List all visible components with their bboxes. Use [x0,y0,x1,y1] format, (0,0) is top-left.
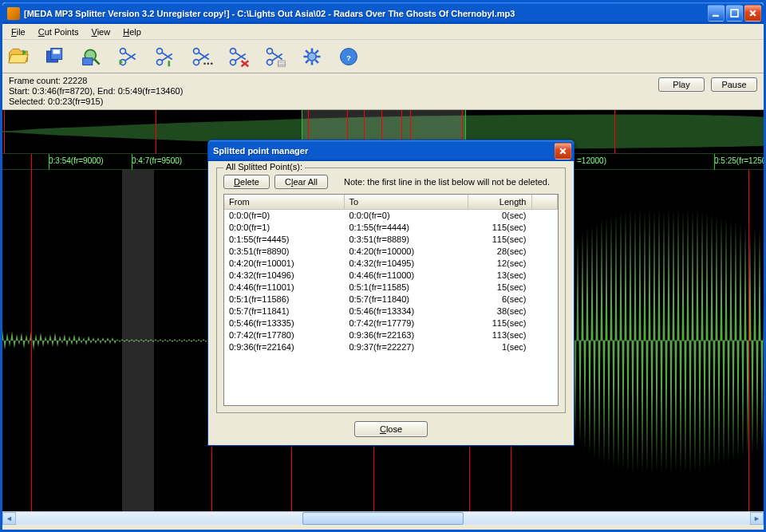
col-from[interactable]: From [224,195,344,210]
table-row[interactable]: 0:4:32(fr=10496)0:4:46(fr=11000)13(sec) [224,270,558,282]
cell-length: 6(sec) [468,294,531,305]
cell-length: 113(sec) [468,329,531,341]
svg-rect-21 [278,61,286,66]
preview-icon[interactable] [81,45,103,68]
table-row[interactable]: 0:3:51(fr=8890)0:4:20(fr=10000)28(sec) [224,246,558,258]
ruler-marker [31,154,32,170]
menu-view[interactable]: View [86,26,116,38]
menu-help[interactable]: Help [117,26,147,38]
scroll-track[interactable] [16,512,750,525]
menu-cutpoints[interactable]: Cut Points [33,26,85,38]
cell-from: 0:3:51(fr=8890) [224,246,344,258]
ruler-label-partial: =12000) [577,156,606,165]
ruler-label: 0:3:54(fr=9000) [49,156,104,165]
ruler-label: 0:5:25(fr=12500) [714,156,764,165]
cell-length: 38(sec) [468,305,531,317]
table-row[interactable]: 0:5:1(fr=11586)0:5:7(fr=11840)6(sec) [224,294,558,305]
svg-point-15 [207,62,210,65]
split-marker[interactable] [748,170,749,511]
selection-band[interactable] [122,170,154,511]
table-row[interactable]: 0:5:46(fr=13335)0:7:42(fr=17779)115(sec) [224,317,558,329]
cell-to: 0:3:51(fr=8889) [344,234,468,246]
cell-length: 115(sec) [468,317,531,329]
cell-from: 0:7:42(fr=17780) [224,329,344,341]
table-row[interactable]: 0:4:20(fr=10001)0:4:32(fr=10495)12(sec) [224,258,558,270]
split-marker[interactable] [31,170,32,511]
cell-from: 0:0:0(fr=0) [224,210,344,223]
cell-length: 115(sec) [468,222,531,234]
settings-icon[interactable] [301,45,323,68]
cell-from: 0:5:46(fr=13335) [224,317,344,329]
cell-from: 0:9:36(fr=22164) [224,341,344,353]
clear-all-button[interactable]: Clear All [274,175,328,189]
selection-length-label: Selected: 0:0:23(fr=915) [9,97,658,107]
delete-button[interactable]: Delete [223,175,270,189]
table-row[interactable]: 0:9:36(fr=22164)0:9:37(fr=22227)1(sec) [224,341,558,353]
cell-length: 15(sec) [468,282,531,294]
dialog-close-bottom-button[interactable]: Close [354,421,428,437]
horizontal-scrollbar[interactable]: ◄ ► [2,511,764,525]
cell-length: 115(sec) [468,234,531,246]
cell-from: 0:5:1(fr=11586) [224,294,344,305]
cell-to: 0:9:36(fr=22163) [344,329,468,341]
close-button[interactable] [744,5,761,22]
col-spacer [531,195,558,210]
toolbar: ? [2,40,764,73]
dialog-title: Splitted point manager [213,146,555,156]
open-file-icon[interactable] [7,45,30,68]
cell-from: 0:0:0(fr=1) [224,222,344,234]
svg-point-22 [308,52,317,61]
overview-split-marker [614,110,615,154]
splitted-points-group: All Splitted Point(s): Delete Clear All … [216,167,566,413]
main-titlebar[interactable]: [MEDA MP3 Splitter Version 3.2 Unregiste… [2,2,764,24]
manage-splits-icon[interactable] [264,45,286,68]
cell-to: 0:1:55(fr=4444) [344,222,468,234]
help-icon[interactable]: ? [338,45,360,68]
split-start-icon[interactable] [117,45,140,68]
menubar: File Cut Points View Help [2,24,764,40]
cell-to: 0:5:7(fr=11840) [344,294,468,305]
delete-split-icon[interactable] [227,45,250,68]
cell-length: 12(sec) [468,258,531,270]
cell-length: 0(sec) [468,210,531,223]
split-current-icon[interactable] [154,45,176,68]
dialog-close-button[interactable] [555,143,571,160]
dialog-titlebar[interactable]: Splitted point manager [208,140,574,161]
overview-split-marker [156,110,156,154]
save-all-icon[interactable] [44,45,66,68]
minimize-button[interactable] [708,5,725,22]
svg-text:?: ? [346,53,351,62]
ruler-label: 0:4:7(fr=9500) [132,156,182,165]
ruler-tick [714,154,715,170]
table-row[interactable]: 0:0:0(fr=1)0:1:55(fr=4444)115(sec) [224,222,558,234]
menu-file[interactable]: File [6,26,31,38]
col-to[interactable]: To [344,195,468,210]
cell-from: 0:4:32(fr=10496) [224,270,344,282]
scroll-left-button[interactable]: ◄ [2,512,16,525]
table-row[interactable]: 0:0:0(fr=0)0:0:0(fr=0)0(sec) [224,210,558,223]
table-row[interactable]: 0:7:42(fr=17780)0:9:36(fr=22163)113(sec) [224,329,558,341]
col-length[interactable]: Length [468,195,531,210]
cell-to: 0:4:20(fr=10000) [344,246,468,258]
table-row[interactable]: 0:4:46(fr=11001)0:5:1(fr=11585)15(sec) [224,282,558,294]
overview-split-marker [4,110,5,154]
svg-point-14 [203,62,206,65]
cell-from: 0:4:46(fr=11001) [224,282,344,294]
frame-count-label: Frame count: 22228 [9,76,658,86]
table-row[interactable]: 0:5:7(fr=11841)0:5:46(fr=13334)38(sec) [224,305,558,317]
split-manual-icon[interactable] [191,45,213,68]
cell-to: 0:5:46(fr=13334) [344,305,468,317]
cell-to: 0:5:1(fr=11585) [344,282,468,294]
cell-to: 0:0:0(fr=0) [344,210,468,223]
scroll-right-button[interactable]: ► [750,512,764,525]
window-title: [MEDA MP3 Splitter Version 3.2 Unregiste… [24,9,708,18]
cell-from: 0:4:20(fr=10001) [224,258,344,270]
pause-button[interactable]: Pause [711,77,757,92]
table-row[interactable]: 0:1:55(fr=4445)0:3:51(fr=8889)115(sec) [224,234,558,246]
scroll-thumb[interactable] [302,512,464,525]
split-points-table[interactable]: From To Length 0:0:0(fr=0)0:0:0(fr=0)0(s… [223,194,559,406]
selection-range-label: Start: 0:3:46(fr=8720), End: 0:5:49(fr=1… [9,86,658,97]
note-text: Note: the first line in the list below w… [344,177,550,187]
play-button[interactable]: Play [658,77,705,92]
maximize-button[interactable] [726,5,743,22]
